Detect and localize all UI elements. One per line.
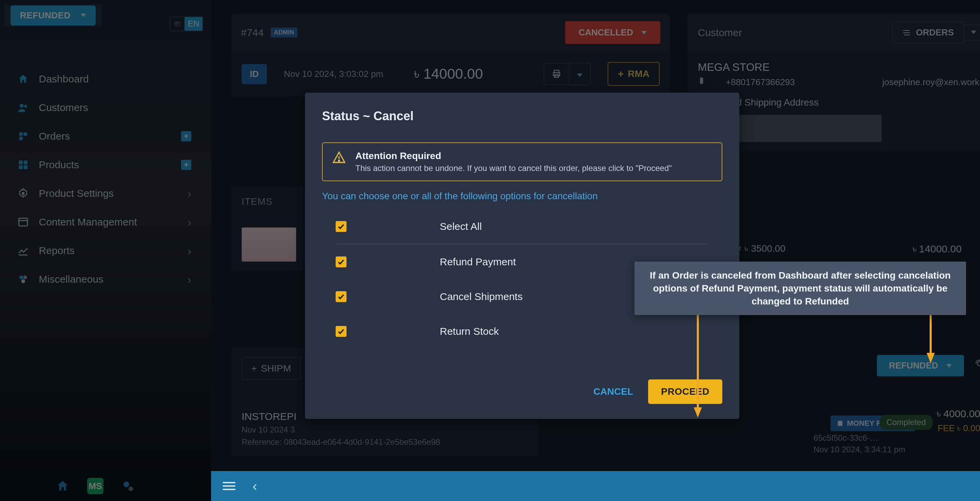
option-label: Refund Payment: [440, 256, 516, 268]
svg-point-26: [338, 160, 339, 161]
hamburger-icon[interactable]: [223, 482, 235, 490]
attention-alert: Attention Required This action cannot be…: [322, 142, 722, 181]
svg-marker-30: [927, 353, 935, 363]
option-label: Return Stock: [440, 325, 499, 337]
cancel-status-modal: Status ~ Cancel Attention Required This …: [305, 93, 739, 419]
back-icon[interactable]: ‹: [253, 479, 257, 494]
checkbox-checked-icon[interactable]: [336, 291, 347, 302]
svg-marker-28: [694, 407, 702, 418]
option-label: Cancel Shipments: [440, 291, 522, 302]
option-return-stock[interactable]: Return Stock: [336, 314, 709, 349]
annotation-callout: If an Order is canceled from Dashboard a…: [635, 262, 966, 315]
cancel-button[interactable]: CANCEL: [593, 386, 633, 397]
checkbox-checked-icon[interactable]: [336, 257, 347, 267]
checkbox-checked-icon[interactable]: [336, 326, 347, 337]
warning-icon: [332, 150, 346, 164]
bottom-bar: ‹: [211, 471, 980, 501]
option-select-all[interactable]: Select All: [336, 209, 709, 244]
option-label: Select All: [440, 221, 482, 232]
proceed-button[interactable]: PROCEED: [648, 380, 722, 404]
modal-actions: CANCEL PROCEED: [322, 380, 722, 404]
checkbox-checked-icon[interactable]: [336, 221, 347, 232]
modal-title: Status ~ Cancel: [322, 109, 722, 123]
alert-title: Attention Required: [355, 150, 672, 161]
alert-body: This action cannot be undone. If you wan…: [355, 163, 672, 173]
options-hint: You can choose one or all of the followi…: [322, 191, 722, 202]
